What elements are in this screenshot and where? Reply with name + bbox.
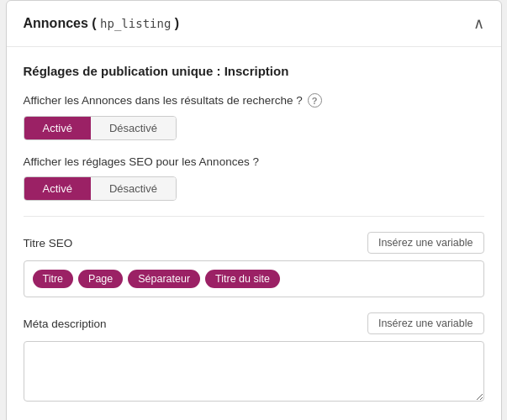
toggle1-active-btn[interactable]: Activé bbox=[24, 117, 91, 139]
seo-title-tags-input[interactable]: Titre Page Séparateur Titre du site bbox=[24, 260, 484, 297]
seo-title-label: Titre SEO bbox=[24, 237, 73, 249]
toggle-search-results: Afficher les Annonces dans les résultats… bbox=[24, 93, 484, 140]
card-body: Réglages de publication unique : Inscrip… bbox=[7, 47, 501, 420]
toggle1-switch: Activé Désactivé bbox=[24, 116, 177, 140]
toggle1-help-icon[interactable]: ? bbox=[308, 93, 322, 108]
toggle2-switch: Activé Désactivé bbox=[24, 176, 177, 201]
card-header: Annonces ( hp_listing ) ∧ bbox=[7, 1, 501, 47]
tag-separateur: Séparateur bbox=[128, 270, 200, 288]
card-title-code: hp_listing bbox=[100, 17, 171, 30]
tag-titre: Titre bbox=[33, 270, 74, 288]
meta-description-insert-btn[interactable]: Insérez une variable bbox=[367, 312, 484, 334]
toggle1-inactive-btn[interactable]: Désactivé bbox=[91, 117, 176, 139]
toggle-seo-settings: Afficher les réglages SEO pour les Annon… bbox=[24, 155, 484, 201]
divider bbox=[24, 216, 484, 217]
meta-description-field: Méta description Insérez une variable bbox=[24, 312, 484, 405]
section-title: Réglages de publication unique : Inscrip… bbox=[24, 64, 484, 78]
toggle1-label-text: Afficher les Annonces dans les résultats… bbox=[24, 94, 303, 107]
meta-description-label: Méta description bbox=[24, 318, 107, 330]
seo-title-header: Titre SEO Insérez une variable bbox=[24, 232, 484, 254]
collapse-icon[interactable]: ∧ bbox=[473, 14, 484, 33]
toggle2-inactive-btn[interactable]: Désactivé bbox=[91, 177, 176, 200]
card-title-text: Annonces bbox=[24, 16, 88, 30]
toggle2-label-text: Afficher les réglages SEO pour les Annon… bbox=[24, 155, 259, 168]
toggle2-label: Afficher les réglages SEO pour les Annon… bbox=[24, 155, 484, 168]
meta-description-textarea[interactable] bbox=[24, 341, 484, 402]
toggle2-active-btn[interactable]: Activé bbox=[24, 177, 91, 200]
card-title-paren-close: ) bbox=[175, 16, 179, 30]
annonces-card: Annonces ( hp_listing ) ∧ Réglages de pu… bbox=[6, 0, 502, 420]
card-title-paren-open: ( bbox=[92, 16, 96, 30]
seo-title-field: Titre SEO Insérez une variable Titre Pag… bbox=[24, 232, 484, 297]
tag-titre-du-site: Titre du site bbox=[205, 270, 280, 288]
card-title: Annonces ( hp_listing ) bbox=[24, 16, 180, 31]
meta-description-header: Méta description Insérez une variable bbox=[24, 312, 484, 334]
toggle1-label: Afficher les Annonces dans les résultats… bbox=[24, 93, 484, 108]
seo-title-insert-btn[interactable]: Insérez une variable bbox=[367, 232, 484, 254]
tag-page: Page bbox=[78, 270, 123, 288]
